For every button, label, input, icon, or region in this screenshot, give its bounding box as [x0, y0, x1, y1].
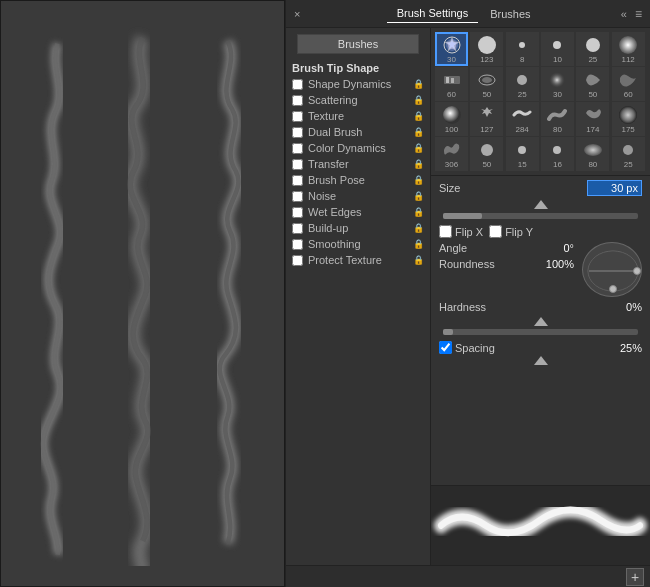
- preset-icon-22: [582, 139, 604, 161]
- shape-dynamics-checkbox[interactable]: [292, 79, 303, 90]
- svg-point-8: [619, 36, 637, 54]
- panel-close-icon[interactable]: ×: [294, 8, 300, 20]
- svg-point-17: [619, 106, 637, 124]
- brush-settings-panel: × Brush Settings Brushes « ≡ Brushes Bru…: [285, 0, 650, 587]
- protect-texture-checkbox[interactable]: [292, 255, 303, 266]
- preset-icon-18: [441, 139, 463, 161]
- preset-icon-20: [511, 139, 533, 161]
- preset-item-6[interactable]: 60: [435, 67, 468, 101]
- preset-item-22[interactable]: 80: [576, 137, 609, 171]
- tab-brushes[interactable]: Brushes: [480, 4, 540, 23]
- size-input[interactable]: [587, 180, 642, 196]
- preset-item-16[interactable]: 174: [576, 102, 609, 136]
- spacing-slider-row: [439, 356, 642, 365]
- preset-icon-17: [617, 104, 639, 126]
- preset-item-9[interactable]: 30: [541, 67, 574, 101]
- preset-icon-16: [582, 104, 604, 126]
- preset-item-5[interactable]: 112: [612, 32, 645, 66]
- preset-item-2[interactable]: 8: [506, 32, 539, 66]
- hardness-slider-bar[interactable]: [443, 329, 638, 335]
- noise-checkbox[interactable]: [292, 191, 303, 202]
- settings-item-texture[interactable]: Texture 🔒: [286, 108, 430, 124]
- spacing-checkbox-label[interactable]: Spacing: [439, 341, 495, 354]
- preset-item-0[interactable]: 30: [435, 32, 468, 66]
- hardness-slider-triangle[interactable]: [534, 317, 548, 326]
- flip-x-checkbox[interactable]: [439, 225, 452, 238]
- preset-item-21[interactable]: 16: [541, 137, 574, 171]
- preset-item-18[interactable]: 306: [435, 137, 468, 171]
- svg-point-14: [517, 75, 527, 85]
- preset-item-10[interactable]: 50: [576, 67, 609, 101]
- preset-icon-10: [582, 69, 604, 91]
- brushes-button[interactable]: Brushes: [297, 34, 419, 54]
- transfer-lock: 🔒: [413, 159, 424, 169]
- build-up-lock: 🔒: [413, 223, 424, 233]
- flip-x-label[interactable]: Flip X: [439, 225, 483, 238]
- preset-icon-14: [511, 104, 533, 126]
- angle-dial[interactable]: [582, 242, 642, 297]
- settings-item-brush-pose[interactable]: Brush Pose 🔒: [286, 172, 430, 188]
- scattering-checkbox[interactable]: [292, 95, 303, 106]
- preset-icon-0: [441, 34, 463, 56]
- wet-edges-checkbox[interactable]: [292, 207, 303, 218]
- preset-item-11[interactable]: 60: [612, 67, 645, 101]
- preset-item-14[interactable]: 284: [506, 102, 539, 136]
- settings-item-color-dynamics[interactable]: Color Dynamics 🔒: [286, 140, 430, 156]
- panel-menu-icon[interactable]: ≡: [635, 7, 642, 21]
- preset-item-19[interactable]: 50: [470, 137, 503, 171]
- spacing-row: Spacing 25%: [439, 341, 642, 354]
- settings-item-wet-edges[interactable]: Wet Edges 🔒: [286, 204, 430, 220]
- size-slider-fill: [443, 213, 482, 219]
- preset-icon-21: [546, 139, 568, 161]
- svg-point-4: [478, 36, 496, 54]
- brush-strokes-container: [1, 1, 284, 586]
- preset-item-4[interactable]: 25: [576, 32, 609, 66]
- flip-y-checkbox[interactable]: [489, 225, 502, 238]
- build-up-checkbox[interactable]: [292, 223, 303, 234]
- flip-y-label[interactable]: Flip Y: [489, 225, 533, 238]
- preset-item-20[interactable]: 15: [506, 137, 539, 171]
- preset-item-15[interactable]: 80: [541, 102, 574, 136]
- preset-item-7[interactable]: 50: [470, 67, 503, 101]
- dual-brush-checkbox[interactable]: [292, 127, 303, 138]
- size-slider-bar[interactable]: [443, 213, 638, 219]
- preset-item-23[interactable]: 25: [612, 137, 645, 171]
- settings-item-protect-texture[interactable]: Protect Texture 🔒: [286, 252, 430, 268]
- preset-icon-15: [546, 104, 568, 126]
- angle-roundness-row: Angle 0° Roundness 100%: [439, 242, 642, 297]
- preset-icon-13: [476, 104, 498, 126]
- brush-pose-checkbox[interactable]: [292, 175, 303, 186]
- tab-brush-settings[interactable]: Brush Settings: [387, 4, 479, 23]
- angle-value: 0°: [563, 242, 574, 254]
- texture-checkbox[interactable]: [292, 111, 303, 122]
- brush-tip-shape-header[interactable]: Brush Tip Shape: [286, 60, 430, 76]
- preset-item-13[interactable]: 127: [470, 102, 503, 136]
- preset-item-8[interactable]: 25: [506, 67, 539, 101]
- color-dynamics-checkbox[interactable]: [292, 143, 303, 154]
- preset-item-17[interactable]: 175: [612, 102, 645, 136]
- settings-item-shape-dynamics[interactable]: Shape Dynamics 🔒: [286, 76, 430, 92]
- scattering-lock: 🔒: [413, 95, 424, 105]
- svg-point-22: [623, 145, 633, 155]
- settings-item-dual-brush[interactable]: Dual Brush 🔒: [286, 124, 430, 140]
- transfer-checkbox[interactable]: [292, 159, 303, 170]
- add-preset-button[interactable]: +: [626, 568, 644, 586]
- smoothing-checkbox[interactable]: [292, 239, 303, 250]
- spacing-slider-triangle[interactable]: [534, 356, 548, 365]
- preset-item-12[interactable]: 100: [435, 102, 468, 136]
- settings-item-scattering[interactable]: Scattering 🔒: [286, 92, 430, 108]
- settings-item-noise[interactable]: Noise 🔒: [286, 188, 430, 204]
- settings-item-transfer[interactable]: Transfer 🔒: [286, 156, 430, 172]
- preset-item-3[interactable]: 10: [541, 32, 574, 66]
- panel-collapse-icon[interactable]: «: [621, 8, 627, 20]
- svg-point-27: [610, 286, 617, 293]
- hardness-label: Hardness: [439, 301, 514, 313]
- preset-item-1[interactable]: 123: [470, 32, 503, 66]
- spacing-checkbox[interactable]: [439, 341, 452, 354]
- settings-item-smoothing[interactable]: Smoothing 🔒: [286, 236, 430, 252]
- settings-item-build-up[interactable]: Build-up 🔒: [286, 220, 430, 236]
- svg-point-16: [443, 106, 461, 124]
- size-slider-up-triangle[interactable]: [534, 200, 548, 209]
- panel-top-icons: « ≡: [621, 7, 642, 21]
- flip-row: Flip X Flip Y: [439, 225, 642, 238]
